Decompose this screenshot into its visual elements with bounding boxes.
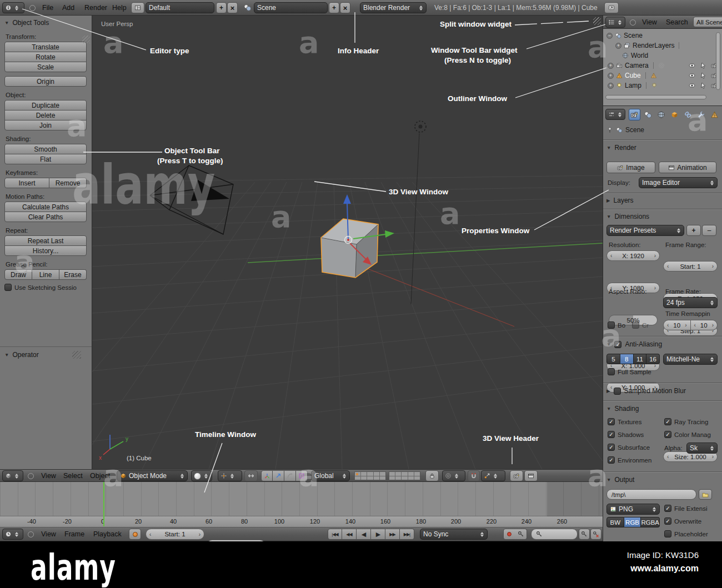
expand-icon[interactable] [615,43,621,49]
output-panel-header[interactable]: Output [606,476,634,484]
remap-new-stepper[interactable]: 10 [691,320,718,330]
outliner-row-cube[interactable]: Cube [608,71,657,81]
shadows-checkbox[interactable] [608,431,615,438]
previous-keyframe-button[interactable] [342,529,357,540]
outliner-display-filter-dropdown[interactable]: All Scene [693,17,722,27]
alpha-dropdown[interactable]: Sk [686,443,718,454]
tab-world[interactable] [655,109,667,120]
outliner-editor-type-selector[interactable] [605,17,625,28]
rotate-button[interactable]: Rotate [4,52,87,62]
ray-tracing-checkbox[interactable] [664,418,671,425]
output-path-field[interactable]: /tmp\ [606,489,696,500]
panel-resize-grip-icon[interactable] [72,351,81,359]
lock-to-scene-button[interactable] [425,470,439,481]
timeline-start-stepper[interactable]: Start: 1 [146,529,204,540]
pivot-point-dropdown[interactable] [218,470,242,481]
render-animation-button[interactable]: Animation [659,162,716,173]
motion-blur-panel-header[interactable]: Sampled Motion Blur [606,387,686,395]
use-preview-range-button[interactable] [129,529,141,540]
manipulator-toggle-button[interactable] [244,470,258,481]
gp-draw-button[interactable]: Draw [4,269,32,280]
jump-to-start-button[interactable] [328,529,342,540]
gp-erase-button[interactable]: Erase [59,269,87,280]
object-tools-panel-header[interactable]: Object Tools [4,19,87,27]
render-engine-dropdown[interactable]: Blender Render [360,2,427,13]
view3d-menu-view[interactable]: View [41,472,56,480]
outliner-menu-view[interactable]: View [642,18,657,26]
current-frame-indicator[interactable] [103,482,104,526]
view3d-menu-object[interactable]: Object [90,472,110,480]
browse-folder-button[interactable] [699,489,712,500]
lamp-object[interactable] [411,121,426,304]
timeline-menu-view[interactable]: View [41,530,56,538]
outliner-menu-search[interactable]: Search [666,18,688,26]
aa-samples-8[interactable]: 8 [620,354,634,364]
tab-render[interactable] [629,109,640,120]
gp-line-button[interactable]: Line [32,269,59,280]
delete-button[interactable]: Delete [4,110,87,120]
jump-to-end-button[interactable] [400,529,414,540]
delete-keyframes-button[interactable] [590,529,601,540]
render-presets-dropdown[interactable]: Render Presets [606,225,684,236]
scale-button[interactable]: Scale [4,62,87,72]
snap-toggle-button[interactable] [468,470,480,481]
smooth-button[interactable]: Smooth [4,144,87,154]
aa-samples-11[interactable]: 11 [634,354,647,364]
shading-panel-header[interactable]: Shading [606,405,639,413]
visibility-eye-icon[interactable] [689,62,695,69]
expand-icon[interactable] [608,83,614,89]
timeline-ruler[interactable]: -40 -20 0 20 40 60 80 100 120 140 160 18… [0,516,603,527]
screen-layout-dropdown[interactable]: Default [146,2,214,13]
render-image-button[interactable]: Image [606,162,655,173]
expand-icon[interactable] [608,63,614,69]
properties-editor-type-selector[interactable] [605,109,625,120]
opengl-render-button[interactable] [510,470,523,481]
timeline-track-area[interactable] [0,482,603,516]
panel-resize-grip-icon[interactable] [82,36,90,43]
translate-button[interactable]: Translate [4,42,87,52]
next-keyframe-button[interactable] [385,529,400,540]
rotate-manipulator-button[interactable] [273,470,284,481]
pin-icon[interactable] [606,127,613,133]
view3d-editor-type-selector[interactable] [2,470,23,481]
vertical-scrollbar[interactable] [716,32,720,90]
view3d-menu-select[interactable]: Select [63,472,83,480]
environment-checkbox[interactable] [608,456,615,464]
snap-element-dropdown[interactable] [481,470,505,481]
selectability-cursor-icon[interactable] [700,62,706,69]
dimensions-panel-header[interactable]: Dimensions [606,213,649,220]
tab-modifiers[interactable] [695,109,707,120]
join-button[interactable]: Join [4,120,87,130]
file-extensions-checkbox[interactable] [664,505,671,512]
tab-object-data[interactable] [709,109,720,120]
add-layout-button[interactable] [216,2,227,13]
outliner-row-scene[interactable]: Scene [606,31,643,41]
antialiasing-panel-header[interactable]: Anti-Aliasing [606,340,662,348]
tab-scene[interactable] [642,109,654,120]
arc-manipulator-button[interactable] [284,470,296,481]
antialiasing-checkbox[interactable] [614,341,621,348]
textures-checkbox[interactable] [608,418,615,425]
origin-button[interactable]: Origin [4,76,87,87]
insert-keyframes-button[interactable] [579,529,590,540]
delete-layout-button[interactable] [227,2,238,13]
visibility-eye-icon[interactable] [689,72,695,79]
frame-rate-dropdown[interactable]: 24 fps [663,297,718,308]
collapse-icon[interactable] [606,33,613,39]
scale-manipulator-button[interactable] [296,470,308,481]
flat-button[interactable]: Flat [4,154,87,164]
border-checkbox[interactable] [608,321,615,329]
transform-orientation-dropdown[interactable]: Global [311,470,350,481]
proportional-edit-dropdown[interactable] [442,470,465,481]
screen-layout-icon-button[interactable] [131,2,144,13]
color-mode-rgba[interactable]: RGBA [641,517,660,527]
outliner-row-world[interactable]: World [622,51,648,61]
add-preset-button[interactable] [686,225,701,236]
collapse-menus-icon[interactable] [28,531,34,537]
full-sample-checkbox[interactable] [608,368,615,375]
layers-panel-header[interactable]: Layers [606,197,634,204]
split-window-widget[interactable] [593,17,601,25]
menu-render[interactable]: Render [84,4,107,12]
expand-icon[interactable] [608,73,614,79]
subsurface-checkbox[interactable] [608,444,615,451]
